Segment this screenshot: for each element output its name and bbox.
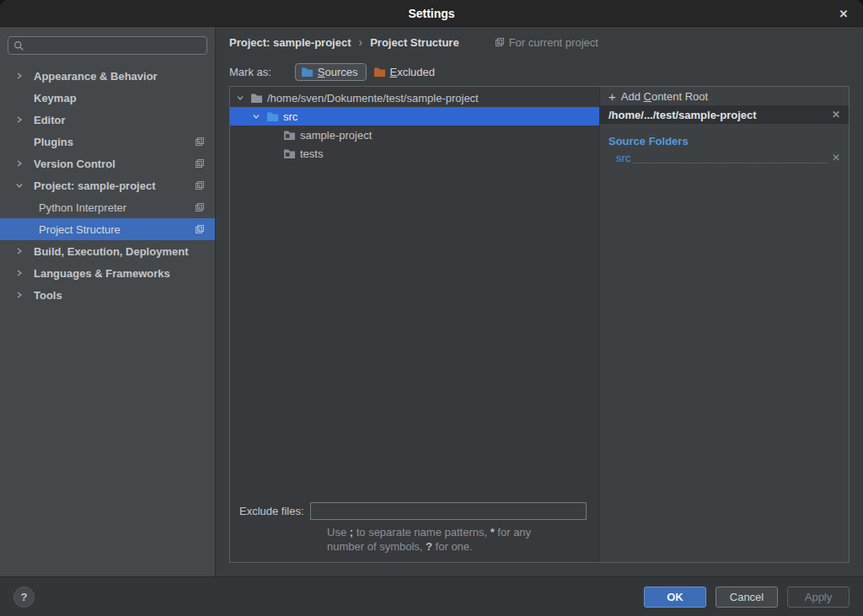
- sources-folder-icon: [301, 67, 314, 78]
- mark-as-label: Mark as:: [229, 66, 271, 78]
- sidebar-item-editor[interactable]: Editor: [0, 109, 215, 131]
- search-input[interactable]: [29, 39, 201, 53]
- tree-row-content-root[interactable]: /home/sven/Dokumente/test/sample-project: [230, 88, 599, 107]
- sidebar-item-project-sample-project[interactable]: Project: sample-project: [0, 174, 215, 196]
- search-wrap: [0, 27, 215, 65]
- content-root-path: /home/.../test/sample-project: [608, 109, 757, 121]
- exclude-files-section: Exclude files: Use ; to separate name pa…: [230, 502, 599, 562]
- tree-row-sample-project[interactable]: sample-project: [230, 126, 599, 144]
- tree-row-src[interactable]: src: [230, 107, 599, 126]
- plus-icon: +: [608, 90, 616, 103]
- sidebar-item-python-interpreter[interactable]: Python Interpreter: [0, 196, 215, 218]
- source-folder-icon: [266, 111, 279, 122]
- breadcrumb: Project: sample-project › Project Struct…: [216, 27, 863, 57]
- help-button[interactable]: ?: [13, 587, 35, 608]
- tree-row-label: /home/sven/Dokumente/test/sample-project: [267, 92, 479, 104]
- remove-source-folder-icon[interactable]: ✕: [832, 152, 840, 163]
- sidebar-item-appearance-behavior[interactable]: Appearance & Behavior: [0, 65, 215, 87]
- search-box[interactable]: [8, 36, 207, 55]
- cancel-button[interactable]: Cancel: [716, 587, 778, 608]
- apply-button[interactable]: Apply: [787, 587, 850, 608]
- sidebar-item-plugins[interactable]: Plugins: [0, 131, 215, 153]
- mark-excluded-button[interactable]: Excluded: [370, 63, 443, 81]
- chevron-right-icon: [15, 291, 34, 299]
- sidebar-item-build-execution-deployment[interactable]: Build, Execution, Deployment: [0, 240, 215, 262]
- chevron-right-icon: [15, 247, 34, 255]
- breadcrumb-separator-icon: ›: [359, 35, 363, 49]
- chevron-down-icon: [236, 94, 246, 102]
- chevron-right-icon: [15, 115, 34, 124]
- question-mark-icon: ?: [21, 591, 28, 603]
- dotted-leader: [632, 153, 827, 163]
- project-level-icon: [195, 202, 205, 212]
- project-level-icon: [195, 137, 205, 147]
- source-folder-name: src: [616, 152, 630, 164]
- settings-dialog: Settings ✕ Appearance & Behavior Keymap …: [0, 0, 863, 616]
- ok-button[interactable]: OK: [644, 587, 706, 608]
- chevron-right-icon: [15, 159, 34, 168]
- folder-icon: [250, 93, 263, 104]
- breadcrumb-project[interactable]: Project: sample-project: [229, 36, 351, 49]
- chevron-down-icon: [15, 181, 34, 190]
- exclude-files-label: Exclude files:: [239, 505, 304, 517]
- close-icon[interactable]: ✕: [831, 0, 856, 27]
- structure-panel: /home/sven/Dokumente/test/sample-project…: [229, 86, 850, 563]
- remove-content-root-icon[interactable]: ✕: [832, 109, 840, 121]
- chevron-right-icon: [15, 72, 34, 80]
- sidebar-item-version-control[interactable]: Version Control: [0, 153, 215, 174]
- sidebar-item-project-structure[interactable]: Project Structure: [0, 218, 215, 240]
- tree-row-tests[interactable]: tests: [230, 144, 599, 163]
- tree-row-label: sample-project: [300, 129, 372, 142]
- add-content-root-button[interactable]: + Add Content Root: [600, 87, 849, 105]
- tree-row-label: src: [283, 110, 297, 123]
- folder-icon: [283, 130, 296, 141]
- source-folders-title: Source Folders: [600, 132, 849, 149]
- title-bar: Settings ✕: [0, 0, 863, 27]
- project-level-icon: [495, 37, 505, 47]
- content-roots-panel: + Add Content Root /home/.../test/sample…: [600, 87, 849, 562]
- chevron-right-icon: [15, 269, 34, 277]
- breadcrumb-page: Project Structure: [370, 36, 458, 49]
- folder-icon: [283, 148, 296, 159]
- project-level-icon: [195, 180, 205, 190]
- exclude-files-input[interactable]: [310, 502, 587, 520]
- excluded-folder-icon: [373, 67, 386, 78]
- project-level-icon: [195, 158, 205, 169]
- dialog-footer: ? OK Cancel Apply: [0, 576, 863, 616]
- exclude-files-hint: Use ; to separate name patterns, * for a…: [327, 525, 610, 554]
- context-note: For current project: [495, 36, 598, 49]
- content-root-entry[interactable]: /home/.../test/sample-project ✕: [600, 105, 849, 124]
- content-root-tree-panel: /home/sven/Dokumente/test/sample-project…: [230, 87, 600, 562]
- chevron-down-icon: [252, 112, 262, 121]
- sidebar-item-tools[interactable]: Tools: [0, 284, 215, 306]
- mark-sources-button[interactable]: Sources: [295, 63, 367, 81]
- settings-content: Project: sample-project › Project Struct…: [216, 27, 863, 576]
- search-icon: [13, 40, 24, 51]
- sidebar-item-keymap[interactable]: Keymap: [0, 87, 215, 109]
- sidebar-item-languages-frameworks[interactable]: Languages & Frameworks: [0, 262, 215, 284]
- dialog-body: Appearance & Behavior Keymap Editor Plug…: [0, 27, 863, 576]
- mark-as-toolbar: Mark as: Sources Excluded: [216, 57, 863, 86]
- project-level-icon: [195, 224, 205, 234]
- window-title: Settings: [408, 7, 454, 20]
- context-note-label: For current project: [509, 36, 598, 49]
- source-folder-entry[interactable]: src ✕: [600, 149, 849, 166]
- settings-sidebar: Appearance & Behavior Keymap Editor Plug…: [0, 27, 216, 576]
- tree-row-label: tests: [300, 147, 323, 160]
- folder-tree: /home/sven/Dokumente/test/sample-project…: [230, 87, 599, 502]
